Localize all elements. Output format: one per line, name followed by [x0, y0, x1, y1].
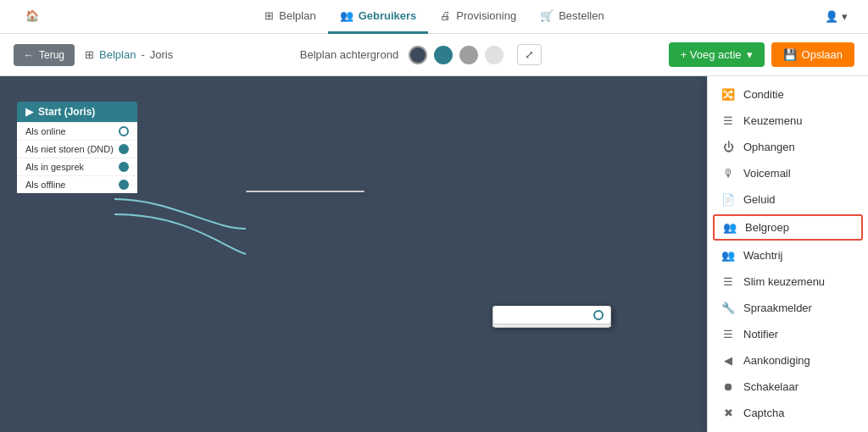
dot-online[interactable] [119, 126, 129, 136]
add-action-dropdown-icon: ▾ [747, 48, 753, 61]
menu-item-ophangen[interactable]: ⏻ Ophangen [708, 134, 868, 160]
expand-button[interactable]: ⤢ [517, 44, 542, 65]
row-label-gesprek: Als in gesprek [25, 162, 84, 172]
menu-item-wachtrij[interactable]: 👥 Wachtrij [708, 242, 868, 269]
menu-label-spraakmelder: Spraakmelder [743, 302, 812, 314]
wachtrij-icon: 👥 [721, 249, 735, 262]
nav-gebruikers[interactable]: 👥 Gebruikers [328, 0, 429, 34]
geluid-icon: 📄 [721, 193, 735, 206]
voicemail-icon: 🎙 [721, 167, 735, 180]
breadcrumb-icon: ⊞ [85, 48, 94, 61]
provisioning-icon: 🖨 [440, 9, 451, 22]
nav-gebruikers-label: Gebruikers [359, 9, 417, 22]
nav-belplan[interactable]: ⊞ Belplan [253, 0, 327, 34]
captcha-icon: ✖ [721, 407, 735, 419]
add-action-label: + Voeg actie [681, 48, 742, 61]
nav-provisioning-label: Provisioning [456, 9, 516, 22]
bg-label: Belplan achtergrond [300, 48, 398, 61]
node-row-online: Als online [17, 122, 137, 140]
dot-dnd[interactable] [119, 144, 129, 154]
node-row-dnd: Als niet storen (DND) [17, 140, 137, 158]
doorschakeling-node: 📞 Doorschakeling ✏ 🗑 0201 Lotte (20 sec) [246, 191, 364, 192]
row-label-dnd: Als niet storen (DND) [25, 144, 114, 154]
dot-offline[interactable] [119, 180, 129, 190]
start-icon: ▶ [25, 106, 33, 118]
node-row-offline: Als offline [17, 175, 137, 193]
notifier-icon: ☰ [721, 328, 735, 341]
menu-item-belgroep[interactable]: 👥 Belgroep [713, 214, 863, 241]
action-dropdown-menu: 🔀 Conditie ☰ Keuzemenu ⏻ Ophangen 🎙 Voic… [707, 76, 868, 432]
save-button[interactable]: 💾 Opslaan [771, 42, 854, 67]
menu-item-captcha[interactable]: ✖ Captcha [708, 400, 868, 426]
menu-item-spraakmelder[interactable]: 🔧 Spraakmelder [708, 295, 868, 321]
add-action-button[interactable]: + Voeg actie ▾ [669, 42, 765, 67]
start-node-header: ▶ Start (Joris) [17, 102, 137, 122]
back-arrow-icon: ← [24, 49, 34, 61]
menu-label-captcha: Captcha [743, 407, 784, 419]
color-gray[interactable] [459, 46, 478, 64]
start-title: Start (Joris) [38, 106, 95, 118]
save-label: Opslaan [802, 48, 843, 61]
breadcrumb-page: Joris [150, 48, 173, 61]
expand-icon: ⤢ [525, 48, 534, 61]
menu-item-aankondiging[interactable]: ◀ Aankondiging [708, 347, 868, 374]
home-icon: 🏠 [25, 9, 39, 22]
color-dark[interactable] [409, 46, 427, 64]
flow-canvas[interactable]: ▶ Start (Joris) Als online Als niet stor… [0, 76, 868, 432]
aankondiging-icon: ◀ [721, 354, 735, 367]
nav-bestellen-label: Bestellen [559, 9, 604, 22]
start-node: ▶ Start (Joris) Als online Als niet stor… [17, 102, 137, 193]
spraakmelder-icon: 🔧 [721, 302, 735, 314]
row-label-online: Als online [25, 126, 66, 136]
breadcrumb: ⊞ Belplan - Joris [85, 48, 173, 61]
menu-item-notifier[interactable]: ☰ Notifier [708, 321, 868, 347]
dot-gesprek[interactable] [119, 162, 129, 172]
nav-home[interactable]: 🏠 [14, 0, 51, 34]
menu-label-slim-keuzemenu: Slim keuzemenu [743, 275, 825, 288]
menu-label-conditie: Conditie [743, 88, 784, 101]
menu-item-voicemail[interactable]: 🎙 Voicemail [708, 160, 868, 186]
slim-keuzemenu-icon: ☰ [721, 275, 735, 288]
color-green[interactable] [434, 46, 453, 64]
nav-belplan-label: Belplan [279, 9, 315, 22]
keuzemenu-icon: ☰ [721, 114, 735, 127]
toolbar-right: + Voeg actie ▾ 💾 Opslaan [669, 42, 854, 67]
nav-right: 👤 ▾ [818, 10, 854, 23]
menu-label-voicemail: Voicemail [743, 167, 791, 180]
menu-item-geluid[interactable]: 📄 Geluid [708, 186, 868, 213]
ophangen-icon: ⏻ [721, 141, 735, 153]
schakelaar-icon: ⏺ [721, 380, 735, 393]
belplan-icon: ⊞ [264, 9, 274, 22]
user-menu-button[interactable]: 👤 ▾ [818, 10, 854, 23]
nav-bestellen[interactable]: 🛒 Bestellen [528, 0, 615, 34]
menu-label-aankondiging: Aankondiging [743, 354, 810, 367]
bestellen-icon: 🛒 [540, 9, 554, 22]
back-button[interactable]: ← Terug [14, 44, 75, 66]
top-nav: 🏠 ⊞ Belplan 👥 Gebruikers 🖨 Provisioning … [0, 0, 868, 34]
save-icon: 💾 [783, 48, 797, 61]
toolbar-left: ← Terug ⊞ Belplan - Joris [14, 44, 173, 66]
menu-item-conditie[interactable]: 🔀 Conditie [708, 81, 868, 108]
breadcrumb-link[interactable]: Belplan [99, 48, 136, 61]
menu-label-geluid: Geluid [743, 193, 776, 206]
nav-provisioning[interactable]: 🖨 Provisioning [428, 0, 528, 34]
color-light[interactable] [485, 46, 504, 64]
gebruikers-icon: 👥 [340, 9, 353, 22]
breadcrumb-sep: - [141, 48, 144, 61]
start-node-body: Als online Als niet storen (DND) Als in … [17, 122, 137, 193]
menu-item-schakelaar[interactable]: ⏺ Schakelaar [708, 374, 868, 400]
menu-item-keuzemenu[interactable]: ☰ Keuzemenu [708, 108, 868, 134]
back-label: Terug [39, 49, 64, 61]
main-area: ▶ Start (Joris) Als online Als niet stor… [0, 76, 868, 432]
row-label-offline: Als offline [25, 180, 66, 190]
user-icon: 👤 [825, 10, 838, 23]
user-dropdown-arrow: ▾ [842, 10, 848, 23]
conditie-icon: 🔀 [721, 88, 735, 101]
toolbar-center: Belplan achtergrond ⤢ [300, 44, 542, 65]
door-output-dot[interactable] [593, 310, 604, 320]
menu-label-ophangen: Ophangen [743, 141, 795, 153]
nav-center: ⊞ Belplan 👥 Gebruikers 🖨 Provisioning 🛒 … [253, 0, 615, 34]
menu-item-slim-keuzemenu[interactable]: ☰ Slim keuzemenu [708, 269, 868, 295]
menu-label-notifier: Notifier [743, 328, 778, 341]
door-node-footer [492, 306, 611, 324]
